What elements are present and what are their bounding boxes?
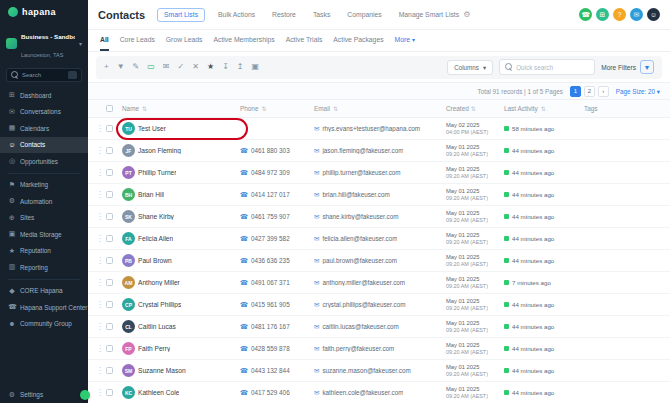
edit-icon[interactable]: ✎ bbox=[133, 63, 140, 71]
chat-widget-button[interactable] bbox=[80, 390, 90, 400]
row-drag-handle[interactable]: ⋮ bbox=[96, 323, 106, 331]
row-checkbox[interactable] bbox=[106, 367, 113, 374]
table-row[interactable]: ⋮PBPaul Brown☎0436 636 235✉paul.brown@fa… bbox=[88, 250, 670, 272]
filter-icon[interactable]: ▼ bbox=[117, 63, 125, 71]
row-checkbox[interactable] bbox=[106, 125, 113, 132]
page-size-dropdown[interactable]: Page Size: 20 ▾ bbox=[616, 88, 660, 95]
row-drag-handle[interactable]: ⋮ bbox=[96, 301, 106, 309]
row-drag-handle[interactable]: ⋮ bbox=[96, 235, 106, 243]
sidebar-item-dashboard[interactable]: ⊞Dashboard bbox=[0, 87, 88, 104]
row-checkbox[interactable] bbox=[106, 235, 113, 242]
row-checkbox[interactable] bbox=[106, 147, 113, 154]
phone-icon[interactable]: ☎ bbox=[579, 8, 592, 21]
tab-tasks[interactable]: Tasks bbox=[309, 8, 334, 21]
tab-smart-lists[interactable]: Smart Lists bbox=[157, 8, 205, 22]
sort-icon[interactable]: ⇅ bbox=[541, 105, 546, 112]
row-drag-handle[interactable]: ⋮ bbox=[96, 257, 106, 265]
row-drag-handle[interactable]: ⋮ bbox=[96, 389, 106, 397]
table-row[interactable]: ⋮TUTest User✉rhys.evans+testuser@hapana.… bbox=[88, 118, 670, 140]
row-checkbox[interactable] bbox=[106, 345, 113, 352]
chat-icon[interactable]: ▭ bbox=[147, 63, 155, 71]
sidebar-item-media-storage[interactable]: ▣Media Storage bbox=[0, 226, 88, 243]
sort-icon[interactable]: ⇅ bbox=[333, 105, 338, 112]
row-checkbox[interactable] bbox=[106, 279, 113, 286]
sidebar-item-conversations[interactable]: ✉Conversations bbox=[0, 104, 88, 121]
row-drag-handle[interactable]: ⋮ bbox=[96, 125, 106, 133]
row-drag-handle[interactable]: ⋮ bbox=[96, 213, 106, 221]
row-checkbox[interactable] bbox=[106, 389, 113, 396]
filter-tab-active-memberships[interactable]: Active Memberships bbox=[213, 30, 274, 51]
table-row[interactable]: ⋮FAFelicia Allen☎0427 399 582✉felicia.al… bbox=[88, 228, 670, 250]
filter-tab-grow-leads[interactable]: Grow Leads bbox=[166, 30, 203, 51]
row-checkbox[interactable] bbox=[106, 191, 113, 198]
import-icon[interactable]: ↥ bbox=[237, 63, 244, 71]
star-icon[interactable]: ★ bbox=[207, 63, 214, 71]
row-checkbox[interactable] bbox=[106, 169, 113, 176]
workspace-selector[interactable]: Business - Sandbox Launceston, TAS ▾ bbox=[0, 21, 88, 65]
export-icon[interactable]: ↧ bbox=[222, 63, 229, 71]
table-row[interactable]: ⋮SKShane Kirby☎0461 759 907✉shane.kirby@… bbox=[88, 206, 670, 228]
smart-lists-settings-icon[interactable]: ⚙ bbox=[463, 10, 470, 19]
sort-icon[interactable]: ⇅ bbox=[471, 105, 476, 112]
sidebar-item-calendars[interactable]: ▦Calendars bbox=[0, 120, 88, 137]
filter-tab-more[interactable]: More▾ bbox=[395, 30, 416, 51]
row-drag-handle[interactable]: ⋮ bbox=[96, 279, 106, 287]
sidebar-search[interactable]: Search bbox=[6, 68, 82, 82]
tab-manage-smart-lists[interactable]: Manage Smart Lists bbox=[395, 8, 463, 21]
sidebar-item-opportunities[interactable]: ◎Opportunities bbox=[0, 153, 88, 170]
duplicate-icon[interactable]: ▣ bbox=[252, 63, 260, 71]
filter-tab-all[interactable]: All bbox=[100, 30, 109, 51]
row-checkbox[interactable] bbox=[106, 257, 113, 264]
column-header-email[interactable]: Email⇅ bbox=[314, 105, 446, 112]
sidebar-item-reporting[interactable]: ▥Reporting bbox=[0, 259, 88, 276]
sort-icon[interactable]: ⇅ bbox=[261, 105, 266, 112]
column-header-created[interactable]: Created⇅ bbox=[446, 105, 504, 112]
sidebar-item-sites[interactable]: ⊕Sites bbox=[0, 210, 88, 227]
notifications-icon[interactable]: ✉ bbox=[630, 8, 643, 21]
help-icon[interactable]: ? bbox=[613, 8, 626, 21]
quick-search-input[interactable] bbox=[516, 64, 589, 71]
tab-restore[interactable]: Restore bbox=[268, 8, 300, 21]
row-checkbox[interactable] bbox=[106, 323, 113, 330]
sidebar-item-contacts[interactable]: ☺Contacts bbox=[0, 137, 88, 154]
sidebar-item-reputation[interactable]: ★Reputation bbox=[0, 243, 88, 260]
next-page-button[interactable]: › bbox=[598, 86, 609, 97]
column-header-phone[interactable]: Phone⇅ bbox=[240, 105, 314, 112]
delete-icon[interactable]: ✕ bbox=[192, 63, 199, 71]
row-checkbox[interactable] bbox=[106, 213, 113, 220]
add-icon[interactable]: + bbox=[104, 63, 109, 71]
columns-dropdown[interactable]: Columns ▾ bbox=[447, 60, 493, 75]
select-all-checkbox[interactable] bbox=[106, 105, 113, 112]
table-row[interactable]: ⋮CLCaitlin Lucas☎0481 176 167✉caitlin.lu… bbox=[88, 316, 670, 338]
sort-icon[interactable]: ⇅ bbox=[142, 105, 147, 112]
row-drag-handle[interactable]: ⋮ bbox=[96, 169, 106, 177]
filter-tab-active-packages[interactable]: Active Packages bbox=[333, 30, 383, 51]
check-icon[interactable]: ✓ bbox=[178, 63, 185, 71]
email-icon[interactable]: ✉ bbox=[163, 63, 170, 71]
sidebar-item-support[interactable]: ☎Hapana Support Center bbox=[0, 299, 88, 316]
table-row[interactable]: ⋮SMSuzanne Mason☎0443 132 844✉suzanne.ma… bbox=[88, 360, 670, 382]
filter-tab-active-trials[interactable]: Active Trials bbox=[286, 30, 323, 51]
sidebar-item-marketing[interactable]: ⚑Marketing bbox=[0, 177, 88, 194]
more-filters-button[interactable]: More Filters ▼ bbox=[601, 60, 654, 74]
apps-icon[interactable]: ⊞ bbox=[596, 8, 609, 21]
row-drag-handle[interactable]: ⋮ bbox=[96, 345, 106, 353]
table-row[interactable]: ⋮JFJason Fleming☎0461 880 303✉jason.flem… bbox=[88, 140, 670, 162]
row-checkbox[interactable] bbox=[106, 301, 113, 308]
sidebar-item-community[interactable]: ☻Community Group bbox=[0, 316, 88, 333]
table-row[interactable]: ⋮AMAnthony Miller☎0491 067 371✉anthony.m… bbox=[88, 272, 670, 294]
row-drag-handle[interactable]: ⋮ bbox=[96, 191, 106, 199]
row-drag-handle[interactable]: ⋮ bbox=[96, 367, 106, 375]
tab-bulk-actions[interactable]: Bulk Actions bbox=[214, 8, 259, 21]
table-row[interactable]: ⋮BHBrian Hill☎0414 127 017✉brian.hill@fa… bbox=[88, 184, 670, 206]
tab-companies[interactable]: Companies bbox=[343, 8, 385, 21]
sidebar-item-core[interactable]: ◆CORE Hapana bbox=[0, 283, 88, 300]
table-row[interactable]: ⋮PTPhillip Turner☎0484 972 309✉phillip.t… bbox=[88, 162, 670, 184]
page-button-1[interactable]: 1 bbox=[570, 86, 581, 97]
row-drag-handle[interactable]: ⋮ bbox=[96, 147, 106, 155]
table-row[interactable]: ⋮KCKathleen Cole☎0417 529 406✉kathleen.c… bbox=[88, 382, 670, 403]
filter-tab-core-leads[interactable]: Core Leads bbox=[120, 30, 155, 51]
table-row[interactable]: ⋮FPFaith Perry☎0428 559 878✉faith.perry@… bbox=[88, 338, 670, 360]
avatar-icon[interactable]: ☺ bbox=[647, 8, 660, 21]
sidebar-item-automation[interactable]: ⚙Automation bbox=[0, 193, 88, 210]
